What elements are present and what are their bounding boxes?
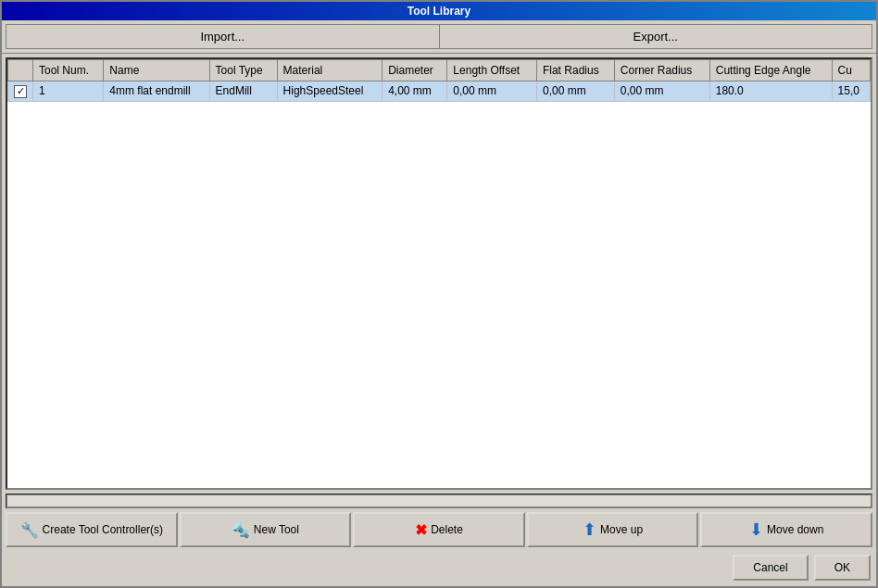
row-checkbox[interactable]: ✓: [8, 81, 33, 102]
tool-library-window: Tool Library Import... Export... Tool Nu…: [0, 0, 878, 588]
move-down-label: Move down: [767, 523, 823, 536]
col-material: Material: [277, 60, 383, 81]
ok-button[interactable]: OK: [814, 555, 871, 581]
col-check: [8, 60, 33, 81]
dialog-buttons-row: Cancel OK: [2, 551, 876, 586]
col-corner-radius: Corner Radius: [614, 60, 709, 81]
table-header-row: Tool Num. Name Tool Type Material Diamet…: [8, 60, 871, 81]
import-button[interactable]: Import...: [6, 24, 439, 49]
cell-cutting-edge-angle: 180.0: [709, 81, 832, 102]
cell-length-offset: 0,00 mm: [447, 81, 537, 102]
col-name: Name: [104, 60, 209, 81]
checkbox-mark: ✓: [14, 85, 27, 98]
wrench-icon: 🔧: [20, 521, 39, 539]
col-length-offset: Length Offset: [447, 60, 537, 81]
cell-cu: 15,0: [832, 81, 870, 102]
tool-icon: 🔩: [232, 521, 250, 539]
col-cutting-edge-angle: Cutting Edge Angle: [709, 60, 832, 81]
new-tool-button[interactable]: 🔩 New Tool: [180, 512, 352, 547]
down-arrow-icon: ⬇: [749, 519, 763, 540]
move-up-button[interactable]: ⬆ Move up: [527, 512, 699, 547]
scrollbar-track[interactable]: [6, 494, 872, 507]
cell-corner-radius: 0,00 mm: [614, 81, 709, 102]
cell-flat-radius: 0,00 mm: [536, 81, 614, 102]
up-arrow-icon: ⬆: [583, 519, 596, 540]
horizontal-scrollbar[interactable]: [6, 494, 872, 508]
new-tool-label: New Tool: [254, 523, 299, 536]
move-down-button[interactable]: ⬇ Move down: [700, 512, 872, 547]
col-cu: Cu: [832, 60, 870, 81]
delete-icon: ✖: [415, 521, 427, 539]
col-tool-num: Tool Num.: [33, 60, 104, 81]
col-tool-type: Tool Type: [209, 60, 277, 81]
export-button[interactable]: Export...: [439, 24, 873, 49]
move-up-label: Move up: [600, 523, 643, 536]
tool-table: Tool Num. Name Tool Type Material Diamet…: [7, 59, 871, 102]
delete-button[interactable]: ✖ Delete: [353, 512, 525, 547]
toolbar: Import... Export...: [2, 20, 876, 54]
create-tc-label: Create Tool Controller(s): [43, 523, 164, 536]
col-diameter: Diameter: [383, 60, 447, 81]
cell-material: HighSpeedSteel: [277, 81, 383, 102]
cell-tool-type: EndMill: [209, 81, 277, 102]
cell-diameter: 4,00 mm: [383, 81, 447, 102]
bottom-buttons-row: 🔧 Create Tool Controller(s) 🔩 New Tool ✖…: [2, 508, 876, 551]
tool-table-container[interactable]: Tool Num. Name Tool Type Material Diamet…: [6, 57, 872, 490]
window-title: Tool Library: [408, 5, 470, 18]
cell-tool-num: 1: [33, 81, 104, 102]
title-bar: Tool Library: [2, 2, 876, 20]
cell-name: 4mm flat endmill: [104, 81, 209, 102]
delete-label: Delete: [431, 523, 463, 536]
cancel-button[interactable]: Cancel: [733, 555, 808, 581]
col-flat-radius: Flat Radius: [536, 60, 614, 81]
create-tc-button[interactable]: 🔧 Create Tool Controller(s): [6, 512, 178, 547]
table-row[interactable]: ✓14mm flat endmillEndMillHighSpeedSteel4…: [8, 81, 871, 102]
